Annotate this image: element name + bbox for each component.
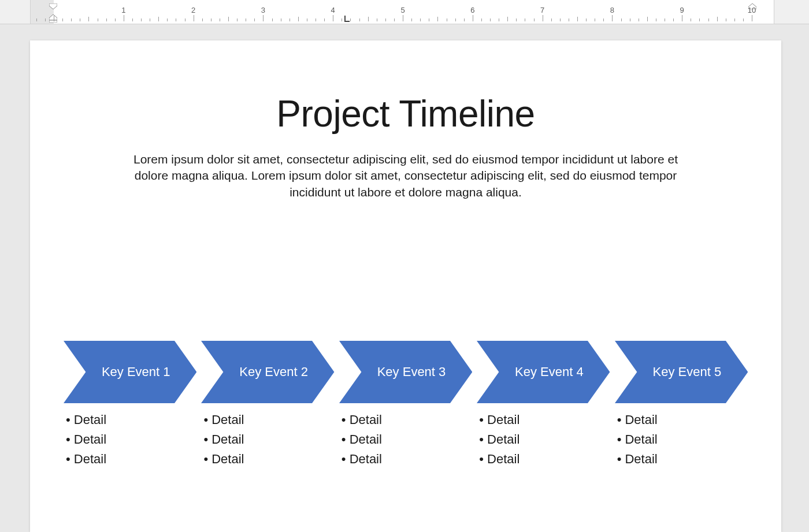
step-details[interactable]: DetailDetailDetail [477,410,610,469]
chevron-shape[interactable]: Key Event 3 [339,341,472,403]
step-details[interactable]: DetailDetailDetail [615,410,748,469]
timeline-step[interactable]: Key Event 4DetailDetailDetail [477,341,610,469]
chevron-shape[interactable]: Key Event 4 [477,341,610,403]
detail-item: Detail [617,430,748,449]
ruler-number: 5 [400,6,404,14]
timeline-step[interactable]: Key Event 2DetailDetailDetail [201,341,334,469]
timeline-step[interactable]: Key Event 5DetailDetailDetail [615,341,748,469]
chevron-label: Key Event 5 [615,341,748,403]
ruler-number: 9 [680,6,684,14]
detail-item: Detail [617,449,748,469]
slide-canvas[interactable]: Project Timeline Lorem ipsum dolor sit a… [30,40,781,532]
horizontal-ruler[interactable]: 12345678910 [0,0,809,24]
chevron-shape[interactable]: Key Event 5 [615,341,748,403]
ruler-number: 10 [748,6,756,14]
ruler-number: 6 [470,6,474,14]
detail-item: Detail [203,410,334,430]
chevron-shape[interactable]: Key Event 2 [201,341,334,403]
smartart-timeline[interactable]: Key Event 1DetailDetailDetailKey Event 2… [64,341,748,469]
detail-item: Detail [342,430,472,449]
hanging-indent-marker[interactable] [49,14,57,25]
detail-item: Detail [66,449,196,469]
detail-item: Detail [479,449,610,469]
step-details[interactable]: DetailDetailDetail [201,410,334,469]
chevron-shape[interactable]: Key Event 1 [64,341,196,403]
chevron-label: Key Event 1 [64,341,196,403]
detail-item: Detail [203,430,334,449]
ruler-number: 4 [331,6,335,14]
timeline-step[interactable]: Key Event 1DetailDetailDetail [64,341,196,469]
detail-item: Detail [617,410,748,430]
svg-marker-1 [49,14,57,20]
slide-description[interactable]: Lorem ipsum dolor sit amet, consectetur … [88,151,723,200]
detail-item: Detail [66,410,196,430]
detail-item: Detail [342,449,472,469]
timeline-step[interactable]: Key Event 3DetailDetailDetail [339,341,472,469]
first-line-indent-marker[interactable] [49,1,57,12]
tab-stop-marker[interactable] [344,16,350,23]
detail-item: Detail [203,449,334,469]
chevron-label: Key Event 2 [201,341,334,403]
svg-marker-0 [49,3,57,9]
ruler-number: 1 [121,6,125,14]
chevron-label: Key Event 3 [339,341,472,403]
svg-rect-2 [49,20,57,23]
chevron-label: Key Event 4 [477,341,610,403]
step-details[interactable]: DetailDetailDetail [64,410,196,469]
detail-item: Detail [479,410,610,430]
ruler-number: 7 [540,6,544,14]
ruler-number: 8 [610,6,614,14]
ruler-number: 3 [261,6,265,14]
step-details[interactable]: DetailDetailDetail [339,410,472,469]
ruler-number: 2 [191,6,195,14]
detail-item: Detail [66,430,196,449]
detail-item: Detail [342,410,472,430]
slide-title[interactable]: Project Timeline [30,92,781,135]
detail-item: Detail [479,430,610,449]
